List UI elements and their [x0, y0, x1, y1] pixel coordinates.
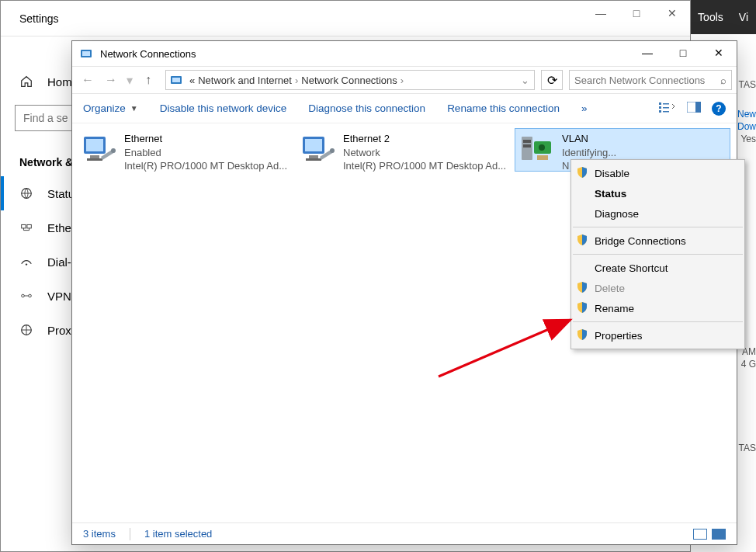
ctx-separator	[573, 227, 743, 227]
ctx-diagnose[interactable]: Diagnose	[571, 203, 744, 224]
toolbar-organize[interactable]: Organize ▼	[83, 102, 138, 114]
svg-rect-21	[90, 155, 99, 158]
search-box[interactable]: ⌕	[569, 70, 732, 90]
ctx-rename-label: Rename	[595, 303, 634, 314]
breadcrumb-prefix: «	[189, 75, 195, 86]
network-adapter-icon	[300, 132, 337, 169]
nc-close-button[interactable]: ✕	[701, 41, 737, 64]
close-button[interactable]: ✕	[654, 1, 690, 26]
search-icon[interactable]: ⌕	[720, 75, 727, 86]
breadcrumb-seg1[interactable]: Network and Internet	[198, 75, 292, 86]
ctx-properties[interactable]: Properties	[571, 325, 744, 345]
nc-app-icon	[80, 47, 92, 60]
nc-statusbar: 3 items 1 item selected	[72, 522, 737, 544]
search-input[interactable]	[574, 75, 706, 86]
details-view-icon[interactable]	[693, 529, 707, 540]
toolbar-overflow[interactable]: »	[581, 102, 588, 114]
uac-shield-icon	[576, 234, 588, 246]
nav-up-button[interactable]: ↑	[137, 69, 159, 91]
help-icon[interactable]: ?	[712, 102, 726, 116]
ctx-delete: Delete	[571, 278, 744, 298]
svg-rect-33	[537, 155, 548, 160]
adapter-item[interactable]: Ethernet 2 Network Intel(R) PRO/1000 MT …	[296, 128, 512, 172]
svg-rect-11	[659, 102, 661, 105]
status-divider	[130, 528, 130, 540]
svg-point-34	[539, 144, 545, 151]
nc-min-button[interactable]: —	[629, 41, 665, 64]
chevron-down-icon: ▼	[130, 104, 138, 113]
dialup-icon	[19, 255, 33, 269]
preview-pane-icon[interactable]	[687, 102, 701, 115]
toolbar-rename[interactable]: Rename this connection	[447, 102, 560, 114]
svg-rect-18	[695, 102, 701, 113]
ctx-status[interactable]: Status	[571, 183, 744, 203]
ctx-rename[interactable]: Rename	[571, 298, 744, 318]
vpn-icon	[19, 289, 33, 303]
uac-shield-icon	[576, 166, 588, 179]
network-adapter-icon	[81, 132, 118, 169]
adapter-device: Intel(R) PRO/1000 MT Desktop Ad...	[343, 159, 506, 173]
svg-rect-2	[27, 224, 31, 228]
svg-point-5	[29, 294, 32, 297]
svg-rect-30	[523, 140, 531, 143]
globe-icon	[19, 186, 33, 200]
nc-toolbar: Organize ▼ Disable this network device D…	[72, 94, 737, 123]
bg-text-tas1: TAS	[739, 79, 756, 90]
nc-max-button[interactable]: □	[665, 41, 701, 64]
address-icon	[171, 74, 185, 86]
proxy-icon	[19, 323, 33, 337]
breadcrumbs: « Network and Internet › Network Connect…	[189, 75, 516, 86]
view-mode-toggle[interactable]	[693, 529, 726, 540]
status-item-count: 3 items	[83, 528, 116, 540]
svg-rect-27	[306, 158, 321, 161]
ctx-separator	[573, 254, 743, 255]
toolbar-diagnose[interactable]: Diagnose this connection	[308, 102, 425, 114]
bg-text-ghz: 4 G	[741, 359, 756, 370]
adapter-device: Intel(R) PRO/1000 MT Desktop Ad...	[124, 159, 287, 173]
max-button[interactable]: □	[619, 1, 654, 26]
nc-titlebar[interactable]: Network Connections — □ ✕	[72, 41, 737, 66]
chevron-right-icon[interactable]: ›	[295, 75, 298, 86]
toolbar-organize-label: Organize	[83, 102, 126, 114]
svg-rect-26	[309, 155, 318, 158]
settings-titlebar[interactable]: Settings — □ ✕	[1, 1, 690, 36]
toolbar-disable[interactable]: Disable this network device	[160, 102, 287, 114]
adapter-name: Ethernet 2	[343, 132, 506, 146]
ctx-disable-label: Disable	[595, 168, 629, 179]
address-box[interactable]: « Network and Internet › Network Connect…	[165, 70, 535, 90]
ctx-disable[interactable]: Disable	[571, 163, 744, 183]
home-icon	[19, 75, 33, 89]
ctx-separator	[573, 321, 743, 322]
menu-view-fragment[interactable]: Vi	[731, 11, 756, 23]
adapter-name: VLAN	[562, 132, 616, 146]
adapter-name: Ethernet	[124, 132, 287, 146]
nc-address-bar: ← → ▾ ↑ « Network and Internet › Network…	[72, 66, 737, 94]
menu-tools[interactable]: Tools	[690, 11, 731, 23]
network-card-icon	[518, 132, 556, 169]
ctx-bridge[interactable]: Bridge Connections	[571, 231, 744, 251]
large-icons-view-icon[interactable]	[712, 529, 726, 540]
ctx-status-label: Status	[595, 188, 626, 200]
adapter-item[interactable]: Ethernet Enabled Intel(R) PRO/1000 MT De…	[77, 128, 293, 172]
address-dropdown-icon[interactable]: ⌄	[521, 75, 529, 86]
adapter-status: Network	[343, 146, 506, 160]
adapter-status: Enabled	[124, 146, 287, 160]
refresh-button[interactable]: ⟳	[541, 70, 563, 90]
chevron-right-icon[interactable]: ›	[401, 75, 404, 86]
breadcrumb-seg2[interactable]: Network Connections	[301, 75, 397, 86]
svg-point-3	[26, 263, 27, 265]
svg-rect-31	[523, 144, 531, 148]
nav-back-button[interactable]: ←	[77, 69, 99, 91]
svg-rect-20	[86, 139, 103, 151]
uac-shield-icon	[576, 301, 588, 314]
svg-rect-13	[659, 110, 661, 113]
context-menu: Disable Status Diagnose Bridge Connectio…	[570, 159, 745, 349]
ctx-create-shortcut[interactable]: Create Shortcut	[571, 258, 744, 278]
nav-forward-button[interactable]: →	[100, 69, 122, 91]
min-button[interactable]: —	[583, 1, 619, 26]
ctx-properties-label: Properties	[595, 330, 643, 342]
svg-point-28	[330, 148, 335, 153]
svg-rect-10	[172, 78, 180, 82]
view-options-icon[interactable]	[659, 101, 676, 116]
nav-recent-dropdown[interactable]: ▾	[123, 69, 136, 91]
